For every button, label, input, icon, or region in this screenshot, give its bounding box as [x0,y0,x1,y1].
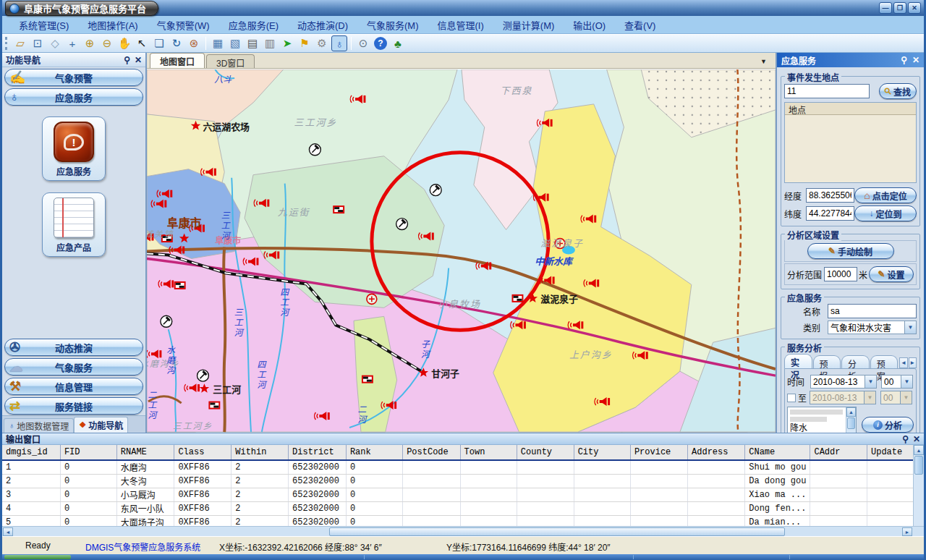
zoom-out-tool[interactable]: ⊖ [99,35,115,51]
print-tool[interactable]: ▤ [245,35,260,51]
dropdown-icon[interactable]: ▼ [865,376,876,388]
restore-button[interactable]: ❐ [893,2,906,14]
pointer-tool[interactable]: ↖ [134,35,150,51]
pin-icon[interactable]: ⚲ [902,434,909,444]
column-header[interactable]: County [517,445,574,460]
menu-emergency-service[interactable]: 应急服务(E) [219,18,288,32]
globe-service-tool[interactable]: ♁ [331,35,347,51]
table-row[interactable]: 50大面场子沟0XFF8626523020000Da mian... [2,516,924,527]
full-extent-tool[interactable]: ❏ [151,35,167,51]
close-button[interactable]: ✕ [908,2,921,14]
tab-dropdown-icon[interactable]: ▼ [755,58,773,65]
table-row[interactable]: 20大冬沟0XFF8626523020000Da dong gou [2,475,924,488]
hour2-select[interactable]: 00 ▼ [880,391,912,404]
map-canvas[interactable]: 六运湖农场 三工河乡 下西泉 九运街 阜康市 阜康市 城关镇 滋泥泉子 中新水库… [147,69,776,433]
zoom-in-tool[interactable]: ⊕ [82,35,98,51]
mine-icon[interactable] [197,370,209,381]
analyze-button[interactable]: i 分析 [862,417,914,433]
mine-icon[interactable] [396,219,408,230]
legend-tool[interactable]: ♣ [390,35,406,51]
to-checkbox[interactable] [787,394,796,402]
nav-service-links-button[interactable]: ⇄ 服务链接 [4,397,143,415]
print-color-tool[interactable]: ▥ [262,35,278,51]
column-header[interactable]: dmgis_id [2,445,60,460]
menu-output[interactable]: 输出(O) [564,18,615,32]
measure-tool[interactable]: ▱ [12,35,28,51]
column-header[interactable]: RNAME [116,445,174,460]
nav-weather-warning-button[interactable]: ✍ 气象预警 [4,69,143,86]
scroll-up-icon[interactable]: ▲ [846,407,856,417]
set-range-button[interactable]: ✎ 设置 [869,266,914,282]
station-flag-icon[interactable] [174,281,186,289]
tab-plan[interactable]: 预案 [870,355,899,368]
tab-analysis[interactable]: 分析 [841,355,870,368]
listbox-scrollbar[interactable]: ▲ ▼ [846,407,856,433]
nav-weather-service-button[interactable]: ☁ 气象服务 [4,358,143,376]
select-polygon-tool[interactable]: ◇ [47,35,63,51]
mine-icon[interactable] [430,184,441,196]
range-input[interactable] [824,267,857,281]
location-search-input[interactable] [784,84,870,98]
column-header[interactable]: CName [745,445,810,460]
output-vertical-scrollbar[interactable]: ▲ [913,445,924,526]
date-select[interactable]: 2010-08-13 ▼ [810,375,877,389]
marker-tool[interactable]: ⚑ [297,35,313,51]
column-header[interactable]: C​Addr [810,445,867,460]
tab-map-window[interactable]: 地图窗口 [150,53,205,68]
tab-forecast[interactable]: 预报 [813,355,841,368]
station-flag-icon[interactable] [333,205,344,213]
visibility-tool[interactable]: ⊙ [355,35,371,51]
location-list[interactable]: 地点 [784,102,917,183]
minimize-button[interactable]: — [879,2,892,14]
column-header[interactable]: Address [688,445,745,460]
nav-arrow-tool[interactable]: ➤ [279,35,295,51]
column-header[interactable]: Class [174,445,232,460]
column-header[interactable]: PostCode [403,445,460,460]
mine-icon[interactable] [161,315,172,327]
menu-view[interactable]: 查看(V) [615,18,665,32]
service-type-select[interactable]: 气象和洪水灾害 ▼ [828,321,917,334]
dropdown-icon[interactable]: ▼ [901,376,912,388]
station-flag-icon[interactable] [362,376,373,383]
search-button[interactable]: ⚲ 查找 [879,83,917,99]
locate-to-button[interactable]: ↓ 定位到 [854,205,917,221]
refresh-tool[interactable]: ↻ [169,35,184,51]
map-layers-tool[interactable]: ▦ [210,35,226,51]
select-point-tool[interactable]: + [64,35,80,51]
tab-3d-window[interactable]: 3D窗口 [206,54,255,68]
hour-select[interactable]: 00 ▼ [881,375,913,389]
column-header[interactable]: Town [460,445,517,460]
location-list-header[interactable]: 地点 [785,103,916,115]
column-header[interactable]: Provice [630,445,687,460]
table-row[interactable]: 40东风一小队0XFF8626523020000Dong fen... [2,502,924,516]
scroll-right-icon[interactable]: ► [902,527,912,536]
tab-scroll-left-icon[interactable]: ◄ [899,357,907,368]
close-icon[interactable]: ✕ [135,55,142,65]
pan-tool[interactable]: ✋ [116,35,132,51]
menu-weather-warning[interactable]: 气象预警(W) [148,18,219,32]
settings-tool[interactable]: ⚙ [314,35,330,51]
table-row[interactable]: 30小马厩沟0XFF8626523020000Xiao ma ... [2,488,924,502]
column-header[interactable]: District [289,445,347,460]
mine-icon[interactable] [309,144,320,156]
scroll-up-icon[interactable]: ▲ [914,445,924,455]
tab-scroll-right-icon[interactable]: ► [909,357,917,368]
help-tool[interactable]: ? [374,37,387,50]
nav-info-management-button[interactable]: ⚒ 信息管理 [4,378,143,395]
scroll-left-icon[interactable]: ◄ [3,527,13,536]
pin-icon[interactable]: ⚲ [124,55,130,65]
site-circle-icon[interactable] [367,294,377,304]
dropdown-icon[interactable]: ▼ [904,321,916,334]
nav-dynamic-deduction-button[interactable]: ✇ 动态推演 [4,339,143,356]
column-header[interactable]: FID [60,445,116,460]
service-name-input[interactable] [828,304,917,318]
menu-weather-service[interactable]: 气象服务(M) [357,18,428,32]
column-header[interactable]: City [574,445,630,460]
table-row[interactable]: 10水磨沟0XFF8626523020000Shui mo gou [2,460,924,475]
tab-live[interactable]: 实况 [784,354,812,368]
element-listbox[interactable]: 降水 空气温度 ▲ ▼ [787,407,857,433]
click-locate-button[interactable]: ⌂ 点击定位 [854,187,917,203]
pin-icon[interactable]: ⚲ [901,55,907,65]
emergency-product-shortcut[interactable]: 应急产品 [42,192,106,257]
emergency-service-shortcut[interactable]: ! 应急服务 [42,116,106,181]
